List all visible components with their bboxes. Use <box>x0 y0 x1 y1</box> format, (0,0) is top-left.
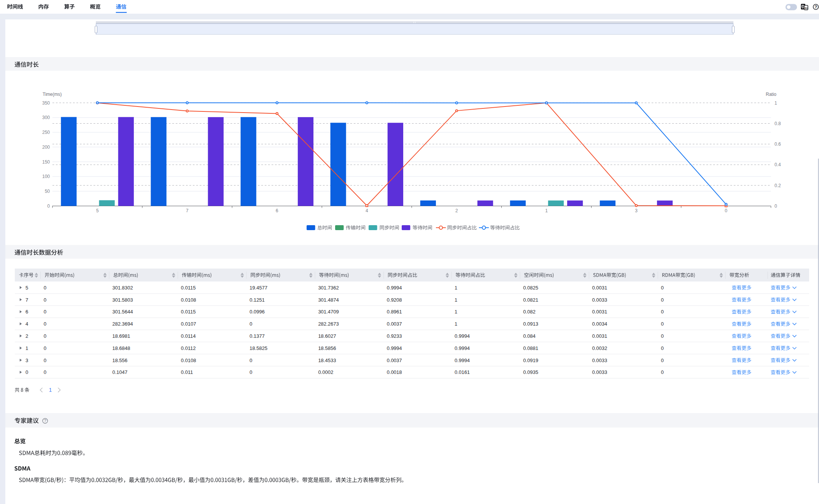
svg-text:0: 0 <box>250 358 252 363</box>
svg-text:0.0037: 0.0037 <box>387 321 402 327</box>
svg-text:0: 0 <box>44 285 46 291</box>
svg-text:0: 0 <box>25 369 28 375</box>
svg-text:0.1047: 0.1047 <box>112 369 127 375</box>
svg-text:0.0033: 0.0033 <box>592 297 607 303</box>
svg-text:0: 0 <box>250 369 252 375</box>
svg-text:0.0115: 0.0115 <box>181 285 196 291</box>
svg-text:0: 0 <box>44 333 46 339</box>
svg-text:0.1377: 0.1377 <box>250 333 265 339</box>
svg-text:0.0112: 0.0112 <box>181 345 196 351</box>
svg-text:0: 0 <box>661 333 664 339</box>
svg-text:6: 6 <box>25 309 28 315</box>
svg-text:301.7362: 301.7362 <box>318 285 339 291</box>
svg-text:En: En <box>805 7 808 10</box>
svg-text:0.2: 0.2 <box>774 183 781 188</box>
svg-text:0.9994: 0.9994 <box>455 333 470 339</box>
svg-text:282.2673: 282.2673 <box>318 321 339 327</box>
svg-text:1: 1 <box>455 297 457 303</box>
svg-text:0: 0 <box>44 309 46 315</box>
svg-text:0.0108: 0.0108 <box>181 297 196 303</box>
svg-text:2: 2 <box>25 333 28 339</box>
svg-text:0: 0 <box>661 309 664 315</box>
svg-text:0: 0 <box>661 285 664 291</box>
svg-text:0: 0 <box>661 297 664 303</box>
svg-text:0: 0 <box>44 297 46 303</box>
svg-text:0.9994: 0.9994 <box>455 345 470 351</box>
svg-text:301.8302: 301.8302 <box>112 285 133 291</box>
svg-text:0.084: 0.084 <box>523 333 536 339</box>
svg-text:18.6027: 18.6027 <box>318 333 336 339</box>
svg-text:4: 4 <box>366 208 368 213</box>
svg-text:1: 1 <box>455 309 457 315</box>
svg-text:?: ? <box>44 418 46 423</box>
svg-text:0.0161: 0.0161 <box>455 369 470 375</box>
svg-text:5: 5 <box>25 285 28 291</box>
svg-text:282.3694: 282.3694 <box>112 321 133 327</box>
svg-text:0.9233: 0.9233 <box>387 333 402 339</box>
svg-text:0.0996: 0.0996 <box>250 309 265 315</box>
svg-text:0.0821: 0.0821 <box>523 297 538 303</box>
svg-text:18.5825: 18.5825 <box>250 345 267 351</box>
svg-text:0.0037: 0.0037 <box>387 358 402 363</box>
svg-text:0.0002: 0.0002 <box>318 369 333 375</box>
svg-text:300: 300 <box>42 115 50 120</box>
svg-text:0.1251: 0.1251 <box>250 297 265 303</box>
svg-text:301.5803: 301.5803 <box>112 297 133 303</box>
svg-text:0.0032: 0.0032 <box>592 345 607 351</box>
svg-text:7: 7 <box>25 297 28 303</box>
svg-text:0.0115: 0.0115 <box>181 309 196 315</box>
svg-text:0: 0 <box>661 369 664 375</box>
svg-text:0.0825: 0.0825 <box>523 285 538 291</box>
svg-text:0.9208: 0.9208 <box>387 297 402 303</box>
svg-text:18.556: 18.556 <box>112 358 127 363</box>
svg-text:100: 100 <box>42 174 50 179</box>
svg-text:0: 0 <box>47 204 50 209</box>
svg-text:7: 7 <box>186 208 189 213</box>
svg-text:0: 0 <box>661 358 664 363</box>
svg-text:0: 0 <box>661 345 664 351</box>
svg-text:1: 1 <box>545 208 548 213</box>
svg-text:18.5856: 18.5856 <box>318 345 336 351</box>
svg-text:0.011: 0.011 <box>181 369 193 375</box>
svg-text:0.0031: 0.0031 <box>592 309 607 315</box>
svg-text:0.0919: 0.0919 <box>523 358 538 363</box>
svg-text:18.4533: 18.4533 <box>318 358 336 363</box>
svg-text:0.0107: 0.0107 <box>181 321 196 327</box>
svg-text:0.0913: 0.0913 <box>523 321 538 327</box>
svg-text:0.0018: 0.0018 <box>387 369 402 375</box>
svg-text:19.4577: 19.4577 <box>250 285 267 291</box>
svg-text:3: 3 <box>635 208 638 213</box>
svg-text:0.0033: 0.0033 <box>592 358 607 363</box>
svg-text:301.4709: 301.4709 <box>318 309 339 315</box>
svg-text:0.0031: 0.0031 <box>592 285 607 291</box>
svg-text:0.8: 0.8 <box>774 121 781 126</box>
svg-text:0.9994: 0.9994 <box>387 345 402 351</box>
svg-text:0: 0 <box>725 208 727 213</box>
svg-text:0: 0 <box>774 204 777 209</box>
svg-text:?: ? <box>814 5 817 9</box>
svg-text:18.6848: 18.6848 <box>112 345 130 351</box>
svg-text:0.0034: 0.0034 <box>592 321 607 327</box>
svg-text:1: 1 <box>774 100 777 106</box>
svg-text:0: 0 <box>44 345 46 351</box>
svg-text:6: 6 <box>276 208 278 213</box>
svg-text:1: 1 <box>25 345 28 351</box>
svg-text:0.0033: 0.0033 <box>592 369 607 375</box>
svg-text:0.9994: 0.9994 <box>455 358 470 363</box>
svg-text:1: 1 <box>455 285 457 291</box>
svg-text:Ratio: Ratio <box>766 92 776 97</box>
svg-text:0.9994: 0.9994 <box>387 285 402 291</box>
svg-text:250: 250 <box>42 130 50 135</box>
svg-text:4: 4 <box>25 321 28 327</box>
svg-text:301.5644: 301.5644 <box>112 309 133 315</box>
svg-text:301.4874: 301.4874 <box>318 297 339 303</box>
svg-text:18.6981: 18.6981 <box>112 333 130 339</box>
svg-text:0.082: 0.082 <box>523 309 536 315</box>
svg-text:0.0114: 0.0114 <box>181 333 196 339</box>
svg-text:0.6: 0.6 <box>774 142 781 147</box>
svg-text:0: 0 <box>44 358 46 363</box>
svg-text:0.4: 0.4 <box>774 162 781 167</box>
svg-text:3: 3 <box>25 358 28 363</box>
svg-text:5: 5 <box>96 208 99 213</box>
svg-text:50: 50 <box>45 189 50 194</box>
